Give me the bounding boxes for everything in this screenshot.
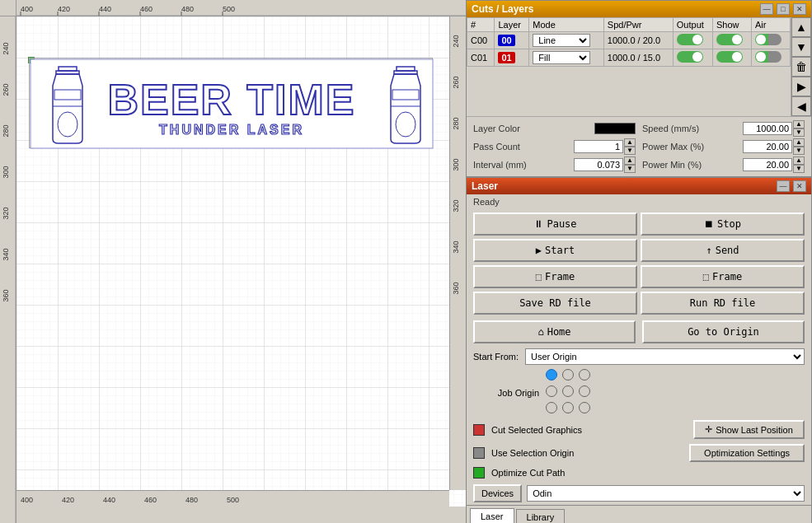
speed-input[interactable]: 1000.00 — [743, 122, 792, 135]
power-max-up-button[interactable]: ▲ — [793, 138, 805, 147]
save-rd-button[interactable]: Save RD file — [473, 292, 637, 315]
origin-dot-br[interactable] — [579, 402, 590, 413]
svg-text:400: 400 — [21, 496, 33, 504]
crosshair-icon: ✛ — [705, 424, 712, 435]
optimization-settings-button[interactable]: Optimization Settings — [689, 444, 805, 462]
devices-button[interactable]: Devices — [473, 484, 522, 502]
power-min-up-button[interactable]: ▲ — [793, 156, 805, 165]
toggle-dot — [756, 52, 766, 62]
send-button[interactable]: ↑ Send — [641, 239, 805, 262]
air-toggle-01[interactable] — [755, 51, 781, 63]
ruler-top: 400 420 440 460 480 500 — [16, 0, 466, 16]
origin-dot-mc[interactable] — [562, 385, 574, 397]
start-from-select[interactable]: User Origin Absolute Coords Current Posi… — [525, 348, 805, 365]
row-show[interactable] — [712, 32, 751, 49]
col-layer: Layer — [495, 18, 529, 32]
mode-select-01[interactable]: Fill Line — [533, 51, 590, 64]
minimize-button[interactable]: — — [760, 3, 773, 15]
pass-count-input[interactable]: 1 — [574, 140, 623, 153]
row-mode[interactable]: Fill Line — [529, 49, 604, 67]
interval-row: Interval (mm) 0.073 ▲ ▼ — [473, 156, 636, 173]
laser-buttons: ⏸ Pause ⏹ Stop ▶ Start ↑ Send ⬚ Frame — [467, 209, 811, 318]
origin-dot-tc[interactable] — [562, 369, 574, 381]
run-rd-button[interactable]: Run RD file — [641, 292, 805, 315]
scroll-down-button[interactable]: ▼ — [791, 37, 811, 57]
collapse-button[interactable]: ◀ — [791, 96, 811, 116]
stop-button[interactable]: ⏹ Stop — [641, 212, 805, 236]
svg-text:460: 460 — [144, 496, 157, 504]
start-icon: ▶ — [536, 245, 542, 256]
show-toggle-00[interactable] — [716, 34, 743, 45]
table-row[interactable]: C01 01 Fill Line 100 — [467, 49, 791, 67]
cut-selected-swatch — [473, 424, 485, 436]
origin-dot-tl[interactable] — [546, 369, 557, 381]
layer-badge-01: 01 — [498, 52, 514, 63]
interval-input[interactable]: 0.073 — [574, 158, 623, 171]
interval-down-button[interactable]: ▼ — [624, 165, 636, 173]
row-air[interactable] — [751, 32, 790, 49]
power-min-down-button[interactable]: ▼ — [793, 165, 805, 173]
svg-text:260: 260 — [2, 83, 10, 96]
frame1-button[interactable]: ⬚ Frame — [473, 265, 637, 288]
home-icon: ⌂ — [537, 326, 543, 338]
table-row[interactable]: C00 00 Line Fill 100 — [467, 32, 791, 49]
canvas-content[interactable]: BEER TIME THUNDER LASER — [16, 16, 466, 507]
layer-color-swatch[interactable] — [594, 123, 636, 134]
go-to-origin-button[interactable]: Go to Origin — [642, 320, 805, 343]
row-id: C00 — [467, 32, 495, 49]
svg-text:340: 340 — [2, 248, 10, 260]
speed-label: Speed (mm/s) — [642, 124, 699, 133]
table-side-buttons: ▲ ▼ 🗑 ▶ ◀ — [791, 17, 811, 116]
power-max-down-button[interactable]: ▼ — [793, 147, 805, 155]
output-toggle-01[interactable] — [677, 51, 703, 63]
home-button[interactable]: ⌂ Home — [473, 320, 636, 343]
pass-up-button[interactable]: ▲ — [624, 138, 636, 147]
power-max-input[interactable]: 20.00 — [743, 140, 792, 153]
close-button[interactable]: ✕ — [793, 3, 806, 15]
laser-close-button[interactable]: ✕ — [793, 180, 806, 192]
start-button[interactable]: ▶ Start — [473, 239, 637, 262]
device-select[interactable]: Odin — [527, 485, 805, 502]
frame2-button[interactable]: ⬚ Frame — [641, 265, 805, 288]
row-air[interactable] — [751, 49, 790, 67]
svg-text:300: 300 — [2, 166, 10, 178]
show-last-position-button[interactable]: ✛ Show Last Position — [693, 420, 805, 439]
output-toggle-00[interactable] — [677, 34, 703, 45]
show-toggle-01[interactable] — [716, 51, 743, 63]
send-icon: ↑ — [706, 245, 711, 256]
expand-button[interactable]: ▶ — [791, 77, 811, 96]
svg-text:240: 240 — [452, 35, 460, 47]
devices-label: Devices — [481, 488, 514, 498]
air-toggle-00[interactable] — [755, 34, 781, 45]
pass-count-label: Pass Count — [473, 142, 520, 152]
origin-dot-bl[interactable] — [546, 402, 557, 413]
pass-down-button[interactable]: ▼ — [624, 147, 636, 155]
scroll-up-button[interactable]: ▲ — [791, 17, 811, 37]
tab-library[interactable]: Library — [516, 509, 566, 523]
laser-panel-title: Laser — [472, 180, 498, 192]
origin-dot-bc[interactable] — [562, 402, 574, 413]
row-output[interactable] — [673, 49, 712, 67]
laser-minimize-button[interactable]: — — [777, 180, 790, 192]
interval-up-button[interactable]: ▲ — [624, 156, 636, 165]
layer-color-label: Layer Color — [473, 124, 520, 133]
mode-select-00[interactable]: Line Fill — [533, 34, 590, 47]
pause-button[interactable]: ⏸ Pause — [473, 212, 637, 236]
power-min-input[interactable]: 20.00 — [743, 158, 792, 171]
speed-down-button[interactable]: ▼ — [793, 128, 805, 137]
svg-text:480: 480 — [181, 5, 194, 13]
origin-dot-ml[interactable] — [546, 385, 557, 397]
delete-button[interactable]: 🗑 — [791, 57, 811, 77]
restore-button[interactable]: □ — [777, 3, 790, 15]
start-from-row: Start From: User Origin Absolute Coords … — [467, 346, 811, 367]
row-show[interactable] — [712, 49, 751, 67]
svg-text:260: 260 — [452, 76, 460, 88]
row-mode[interactable]: Line Fill — [529, 32, 604, 49]
bottom-tabs: Laser Library — [467, 505, 811, 523]
col-mode: Mode — [529, 18, 604, 32]
row-output[interactable] — [673, 32, 712, 49]
origin-dot-tr[interactable] — [579, 369, 590, 381]
speed-up-button[interactable]: ▲ — [793, 120, 805, 128]
tab-laser[interactable]: Laser — [470, 508, 514, 523]
origin-dot-mr[interactable] — [579, 385, 590, 397]
